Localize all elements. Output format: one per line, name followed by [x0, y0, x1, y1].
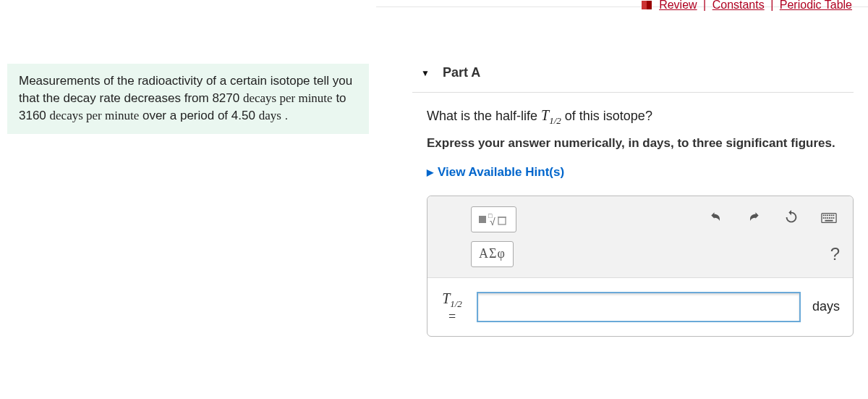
separator: | — [770, 0, 773, 11]
svg-rect-7 — [827, 215, 828, 217]
svg-rect-16 — [833, 218, 835, 219]
reset-icon — [783, 209, 799, 225]
problem-mid2: over a period of 4.50 — [139, 109, 258, 122]
answer-instruction: Express your answer numerically, in days… — [427, 135, 854, 152]
variable-label: T1/2 = — [435, 291, 469, 323]
hints-label: View Available Hint(s) — [438, 165, 564, 180]
problem-unit2: decays per minute — [50, 109, 140, 122]
redo-icon — [746, 210, 762, 224]
top-links: Review | Constants | Periodic Table — [376, 0, 868, 7]
templates-button[interactable]: □√ — [471, 206, 516, 232]
answer-input-row: T1/2 = days — [427, 278, 853, 336]
keyboard-icon — [821, 212, 837, 224]
separator: | — [703, 0, 706, 11]
svg-rect-13 — [827, 218, 828, 219]
answer-box: □√ — [427, 196, 854, 337]
svg-rect-8 — [829, 215, 830, 217]
svg-rect-6 — [825, 215, 827, 217]
svg-rect-9 — [831, 215, 833, 217]
svg-rect-2 — [498, 217, 506, 224]
svg-rect-5 — [823, 215, 825, 217]
fraction-root-icon: □√ — [479, 212, 509, 227]
chevron-down-icon: ▼ — [421, 68, 430, 78]
part-title: Part A — [443, 65, 480, 80]
greek-symbols-button[interactable]: ΑΣφ — [471, 241, 514, 267]
undo-icon — [708, 210, 724, 224]
reset-button[interactable] — [780, 206, 802, 232]
periodic-table-link[interactable]: Periodic Table — [780, 0, 852, 11]
svg-rect-12 — [825, 218, 827, 219]
svg-rect-15 — [831, 218, 833, 219]
problem-days: days — [259, 109, 281, 122]
keyboard-button[interactable] — [818, 208, 840, 230]
triangle-right-icon: ▶ — [427, 167, 433, 177]
equation-toolbar: □√ — [427, 196, 853, 278]
help-button[interactable]: ? — [830, 244, 840, 264]
problem-statement: Measurements of the radioactivity of a c… — [7, 64, 369, 134]
problem-unit1: decays per minute — [243, 91, 333, 105]
review-link[interactable]: Review — [659, 0, 697, 11]
svg-rect-11 — [823, 218, 825, 219]
undo-button[interactable] — [705, 207, 727, 231]
svg-rect-10 — [833, 215, 835, 217]
problem-suffix: . — [281, 109, 288, 122]
view-hints-button[interactable]: ▶ View Available Hint(s) — [427, 165, 854, 180]
part-header[interactable]: ▼ Part A — [412, 58, 854, 93]
svg-rect-14 — [829, 218, 830, 219]
svg-rect-17 — [825, 220, 833, 222]
constants-link[interactable]: Constants — [712, 0, 765, 11]
redo-button[interactable] — [743, 207, 765, 231]
svg-text:√: √ — [490, 216, 495, 227]
answer-unit: days — [812, 299, 840, 314]
question-prompt: What is the half-life T1/2 of this isoto… — [427, 107, 854, 127]
flag-icon — [642, 1, 652, 9]
answer-input[interactable] — [477, 292, 801, 322]
